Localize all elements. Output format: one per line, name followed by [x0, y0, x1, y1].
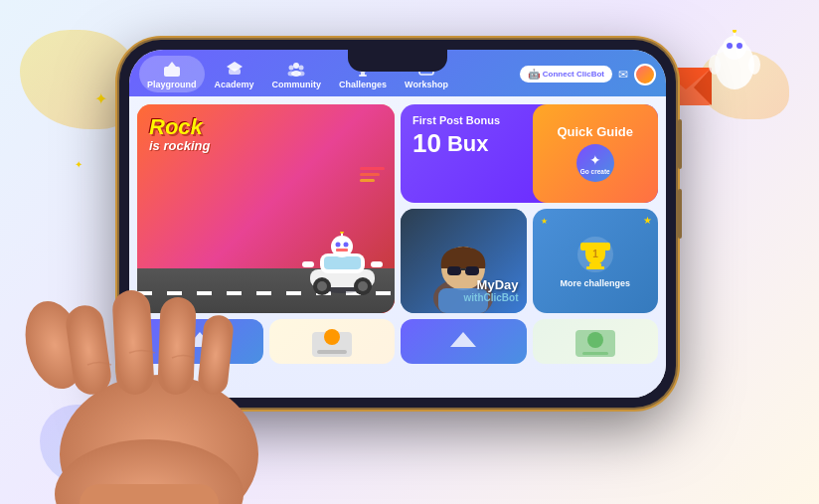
bottom-card-4-icon	[571, 322, 620, 362]
svg-rect-70	[80, 484, 219, 504]
svg-point-37	[331, 236, 353, 257]
challenges-label: More challenges	[560, 278, 630, 288]
community-icon	[286, 60, 306, 78]
svg-text:1: 1	[592, 249, 598, 259]
quickguide-title: Quick Guide	[557, 125, 633, 139]
svg-rect-12	[164, 67, 180, 77]
card-bottom-4[interactable]	[533, 319, 659, 364]
svg-rect-26	[419, 63, 433, 75]
svg-point-20	[288, 72, 295, 77]
playground-label: Playground	[147, 80, 197, 89]
card-challenges[interactable]: ★ ★ 1	[533, 209, 659, 314]
svg-point-11	[748, 55, 760, 75]
svg-point-39	[344, 243, 349, 248]
connect-label: Connect ClicBot	[543, 70, 604, 79]
speed-lines	[360, 167, 385, 182]
playground-icon	[162, 60, 182, 78]
community-label: Community	[272, 80, 322, 89]
svg-point-38	[336, 243, 341, 248]
card-quickguide[interactable]: Quick Guide ✦ Go create	[533, 104, 659, 203]
svg-point-9	[733, 30, 737, 33]
svg-rect-22	[355, 62, 359, 67]
svg-point-36	[358, 281, 368, 291]
workshop-icon	[416, 60, 436, 78]
svg-point-61	[587, 332, 603, 348]
nav-right: 🤖 Connect ClicBot ✉	[520, 64, 656, 85]
svg-rect-48	[465, 266, 479, 275]
svg-point-58	[324, 329, 340, 345]
svg-point-5	[723, 36, 746, 60]
academy-label: Academy	[215, 80, 254, 89]
challenges-label: Challenges	[339, 80, 387, 89]
robot-decoration	[700, 30, 769, 113]
bonus-currency: Bux	[447, 131, 489, 157]
nav-item-academy[interactable]: Academy	[207, 56, 262, 92]
svg-rect-23	[367, 62, 371, 67]
challenges-icon	[353, 60, 373, 78]
svg-rect-49	[461, 268, 465, 270]
myday-subtitle: withClicBot	[464, 292, 519, 303]
myday-text: MyDay withClicBot	[464, 277, 519, 303]
nav-item-challenges[interactable]: Challenges	[331, 56, 395, 92]
svg-rect-47	[447, 266, 461, 275]
card-bottom-3[interactable]	[401, 319, 527, 364]
workshop-label: Workshop	[405, 80, 448, 89]
hand-container	[0, 106, 318, 504]
bonus-amount: 10	[412, 128, 441, 159]
svg-rect-59	[317, 350, 347, 354]
svg-rect-55	[586, 266, 604, 269]
svg-point-16	[293, 63, 299, 69]
star-decoration-2: ★	[541, 217, 548, 226]
svg-rect-15	[229, 69, 241, 75]
svg-rect-52	[580, 243, 586, 251]
svg-rect-25	[359, 75, 367, 77]
svg-rect-40	[336, 249, 348, 252]
myday-title: MyDay	[464, 277, 519, 292]
svg-point-18	[299, 66, 304, 71]
bottom-card-3-icon	[448, 329, 478, 354]
nav-bar: Playground Academy	[129, 50, 666, 96]
svg-rect-32	[324, 256, 361, 269]
academy-icon	[225, 60, 245, 78]
svg-point-21	[298, 72, 305, 77]
svg-point-6	[727, 43, 733, 49]
svg-point-34	[317, 281, 327, 291]
bonus-amount-row: 10 Bux	[412, 128, 488, 159]
svg-point-10	[709, 55, 721, 75]
mail-icon[interactable]: ✉	[618, 68, 628, 82]
card-myday[interactable]: MyDay withClicBot	[401, 209, 527, 314]
svg-point-17	[289, 66, 294, 71]
svg-rect-62	[582, 352, 608, 355]
svg-rect-67	[157, 296, 196, 395]
page-wrapper: ✦ ✦ ✦	[0, 0, 819, 504]
nav-item-workshop[interactable]: Workshop	[397, 56, 456, 92]
nav-item-community[interactable]: Community	[264, 56, 330, 92]
bonus-title: First Post Bonus	[412, 114, 500, 126]
connect-icon: 🤖	[528, 69, 540, 80]
user-avatar[interactable]	[634, 64, 656, 85]
trophy-svg: 1	[575, 235, 615, 274]
go-create-label: Go create	[580, 168, 610, 175]
star-decoration: ★	[643, 215, 652, 226]
connect-clicbot-button[interactable]: 🤖 Connect ClicBot	[520, 66, 612, 83]
svg-rect-44	[371, 261, 383, 267]
nav-item-playground[interactable]: Playground	[139, 56, 205, 92]
svg-rect-53	[604, 243, 610, 251]
go-create-button[interactable]: ✦ Go create	[576, 144, 614, 182]
nav-items: Playground Academy	[139, 56, 518, 92]
svg-marker-13	[168, 62, 176, 67]
go-create-icon: ✦	[589, 152, 601, 168]
svg-point-7	[737, 43, 742, 49]
hand-svg	[0, 106, 318, 504]
svg-rect-68	[197, 314, 235, 397]
svg-rect-66	[111, 289, 154, 396]
svg-point-42	[340, 232, 344, 234]
